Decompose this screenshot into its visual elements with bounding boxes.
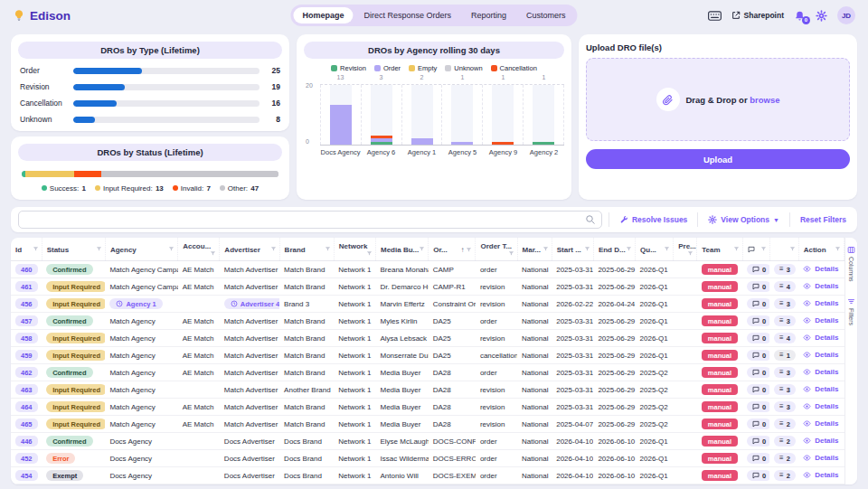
col-header-agency[interactable]: Agency: [105, 238, 177, 261]
items-badge[interactable]: ≡2: [774, 470, 796, 481]
comments-badge[interactable]: 0: [747, 350, 769, 361]
nav-tab-reporting[interactable]: Reporting: [462, 7, 515, 24]
nav-tab-homepage[interactable]: Homepage: [293, 7, 353, 24]
comments-badge[interactable]: 0: [747, 367, 769, 378]
row-id-badge[interactable]: 454: [15, 470, 38, 481]
details-link[interactable]: Details: [803, 368, 838, 376]
funnel-icon[interactable]: [664, 246, 670, 252]
col-header-account[interactable]: Accou...: [178, 238, 220, 261]
items-badge[interactable]: ≡2: [774, 418, 796, 429]
col-header-end_date[interactable]: End D...: [593, 238, 635, 261]
col-header-order_number[interactable]: Or...↑: [429, 238, 476, 261]
comments-badge[interactable]: 0: [747, 401, 769, 412]
pending-match-pill[interactable]: Agency 1: [109, 298, 162, 309]
resolve-issues-button[interactable]: Resolve Issues: [616, 215, 691, 224]
notifications-button[interactable]: 0: [794, 10, 806, 22]
col-header-pre[interactable]: Pre...: [674, 238, 697, 261]
details-link[interactable]: Details: [803, 351, 838, 359]
pending-match-pill[interactable]: Advertiser 4: [224, 298, 279, 309]
col-header-brand[interactable]: Brand: [279, 238, 334, 261]
row-id-badge[interactable]: 460: [15, 264, 38, 275]
view-options-button[interactable]: View Options ▼: [704, 215, 783, 224]
row-id-badge[interactable]: 463: [15, 384, 38, 395]
keyboard-icon[interactable]: [708, 11, 722, 21]
details-link[interactable]: Details: [803, 316, 838, 324]
details-link[interactable]: Details: [803, 471, 838, 479]
funnel-icon[interactable]: [542, 246, 549, 252]
comments-badge[interactable]: 0: [747, 315, 769, 326]
comments-badge[interactable]: 0: [747, 281, 769, 292]
side-tab-columns[interactable]: Columns: [847, 245, 855, 282]
comments-badge[interactable]: 0: [747, 418, 769, 429]
funnel-icon[interactable]: [733, 246, 740, 252]
upload-button[interactable]: Upload: [586, 149, 850, 169]
row-id-badge[interactable]: 458: [15, 333, 38, 343]
row-id-badge[interactable]: 464: [15, 401, 38, 412]
details-link[interactable]: Details: [803, 265, 838, 273]
col-header-start_date[interactable]: Start ...: [552, 238, 593, 261]
col-header-id[interactable]: Id: [11, 238, 42, 261]
funnel-icon[interactable]: [584, 246, 590, 252]
funnel-icon[interactable]: [466, 247, 472, 253]
browse-link[interactable]: browse: [750, 95, 779, 105]
col-header-order_type[interactable]: Order T...: [476, 238, 517, 261]
col-header-comments[interactable]: [742, 238, 769, 261]
col-header-market[interactable]: Mar...: [517, 238, 552, 261]
search-input[interactable]: [18, 211, 602, 229]
row-id-badge[interactable]: 456: [15, 298, 38, 309]
items-badge[interactable]: ≡4: [774, 333, 796, 343]
funnel-icon[interactable]: [270, 246, 277, 252]
details-link[interactable]: Details: [803, 437, 838, 445]
details-link[interactable]: Details: [803, 419, 838, 428]
dropzone[interactable]: Drag & Drop or browse: [586, 58, 850, 141]
comments-badge[interactable]: 0: [747, 298, 769, 309]
details-link[interactable]: Details: [803, 402, 838, 410]
items-badge[interactable]: ≡3: [774, 298, 796, 309]
col-header-action[interactable]: Action: [798, 238, 844, 261]
comments-badge[interactable]: 0: [747, 333, 769, 343]
funnel-icon[interactable]: [760, 246, 767, 252]
nav-tab-direct-response-orders[interactable]: Direct Response Orders: [354, 7, 460, 24]
comments-badge[interactable]: 0: [747, 470, 769, 481]
funnel-icon[interactable]: [210, 250, 216, 257]
items-badge[interactable]: ≡3: [774, 367, 796, 378]
funnel-icon[interactable]: [168, 246, 175, 252]
sharepoint-link[interactable]: Sharepoint: [731, 11, 784, 20]
funnel-icon[interactable]: [419, 246, 425, 252]
details-link[interactable]: Details: [803, 334, 838, 342]
row-id-badge[interactable]: 459: [15, 350, 38, 361]
details-link[interactable]: Details: [803, 282, 838, 290]
row-id-badge[interactable]: 465: [15, 418, 38, 429]
col-header-items[interactable]: [769, 238, 798, 261]
row-id-badge[interactable]: 457: [15, 315, 38, 326]
col-header-quarter[interactable]: Qu...: [636, 238, 674, 261]
comments-badge[interactable]: 0: [747, 453, 769, 464]
items-badge[interactable]: ≡1: [774, 350, 796, 361]
funnel-icon[interactable]: [366, 250, 373, 257]
comments-badge[interactable]: 0: [747, 264, 769, 275]
funnel-icon[interactable]: [626, 246, 632, 252]
row-id-badge[interactable]: 461: [15, 281, 38, 292]
reset-filters-button[interactable]: Reset Filters: [797, 215, 850, 224]
col-header-team[interactable]: Team: [697, 238, 742, 261]
items-badge[interactable]: ≡2: [774, 453, 796, 464]
funnel-icon[interactable]: [325, 246, 331, 252]
funnel-icon[interactable]: [789, 246, 796, 252]
funnel-icon[interactable]: [687, 250, 693, 257]
items-badge[interactable]: ≡3: [774, 264, 796, 275]
col-header-media_buyer[interactable]: Media Bu...: [376, 238, 429, 261]
avatar[interactable]: JD: [837, 6, 855, 24]
col-header-advertiser[interactable]: Advertiser: [220, 238, 279, 261]
settings-button[interactable]: [816, 10, 827, 22]
row-id-badge[interactable]: 462: [15, 367, 38, 378]
items-badge[interactable]: ≡2: [774, 436, 796, 447]
side-tab-filters[interactable]: Filters: [847, 296, 855, 325]
funnel-icon[interactable]: [33, 246, 39, 252]
items-badge[interactable]: ≡3: [774, 384, 796, 395]
items-badge[interactable]: ≡3: [774, 315, 796, 326]
items-badge[interactable]: ≡3: [774, 401, 796, 412]
row-id-badge[interactable]: 446: [15, 436, 38, 447]
col-header-network[interactable]: Network: [334, 238, 375, 261]
funnel-icon[interactable]: [835, 246, 841, 252]
items-badge[interactable]: ≡4: [774, 281, 796, 292]
